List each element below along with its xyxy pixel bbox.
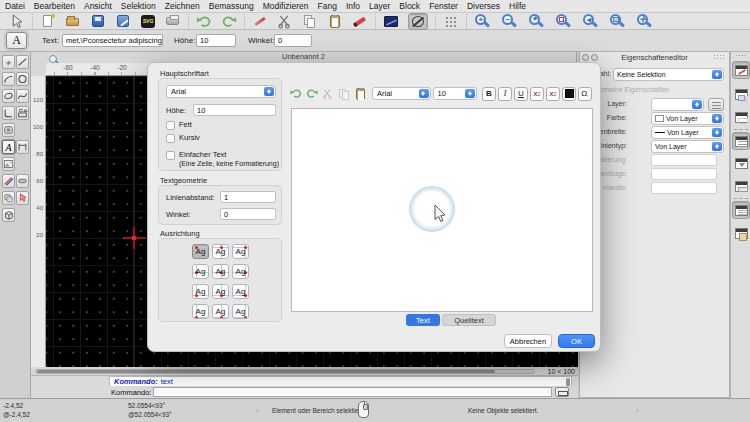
zoom-window-icon[interactable] <box>555 14 571 29</box>
text-value-input[interactable]: met,\Pconsectetur adipiscing elit <box>62 34 163 47</box>
editor-underline-button[interactable]: U <box>514 87 528 101</box>
editor-redo-icon[interactable] <box>305 87 319 101</box>
editor-italic-button[interactable]: I <box>498 87 512 101</box>
editor-color-button[interactable] <box>562 87 576 101</box>
new-document-icon[interactable] <box>40 14 56 29</box>
order-input[interactable] <box>651 168 717 180</box>
align-top-right-button[interactable]: Ag <box>232 244 249 259</box>
text-editor-area[interactable] <box>291 108 593 312</box>
menu-zeichnen[interactable]: Zeichnen <box>165 1 200 11</box>
paste-icon[interactable] <box>327 14 343 29</box>
select-cursor-icon[interactable] <box>9 14 25 29</box>
shapes-panel-toggle[interactable] <box>732 85 750 103</box>
menu-selektion[interactable]: Selektion <box>121 1 156 11</box>
ruler-corner-zoom-icon[interactable] <box>49 55 57 63</box>
ok-button[interactable]: OK <box>558 334 595 348</box>
pen-style-tool-icon[interactable] <box>2 174 15 188</box>
stepper-icon[interactable] <box>419 89 429 98</box>
linetype-dropdown[interactable]: Von Layer <box>651 140 724 153</box>
menu-hilfe[interactable]: Hilfe <box>509 1 526 11</box>
layer-list-button[interactable] <box>708 98 724 111</box>
menu-info[interactable]: Info <box>346 1 360 11</box>
editor-font-size-dropdown[interactable]: 10 <box>433 87 477 100</box>
align-middle-right-button[interactable]: Ag <box>232 264 249 279</box>
tab-text[interactable]: Text <box>406 314 440 326</box>
polyline-tool-icon[interactable] <box>2 106 15 120</box>
cut-icon[interactable] <box>277 14 293 29</box>
menu-datei[interactable]: Datei <box>5 1 25 11</box>
menu-bearbeiten[interactable]: Bearbeiten <box>34 1 75 11</box>
align-top-center-button[interactable]: Ag <box>212 244 229 259</box>
arc-tool-icon[interactable] <box>2 72 15 86</box>
pan-icon[interactable]: ✛ <box>636 14 652 29</box>
menu-block[interactable]: Block <box>399 1 420 11</box>
menu-fang[interactable]: Fang <box>318 1 337 11</box>
line-spacing-input[interactable]: 1 <box>220 191 276 203</box>
clipboard-panel-toggle[interactable] <box>732 224 750 242</box>
command-options-button[interactable] <box>555 387 569 397</box>
shape-tool-icon[interactable] <box>16 106 29 120</box>
editor-bold-button[interactable]: B <box>482 87 496 101</box>
field-panel-toggle[interactable] <box>732 177 750 195</box>
menu-ansicht[interactable]: Ansicht <box>84 1 112 11</box>
align-baseline-right-button[interactable]: Ag <box>232 284 249 299</box>
align-bottom-left-button[interactable]: Ag <box>192 304 209 319</box>
color-dropdown[interactable]: Von Layer <box>651 112 724 125</box>
align-middle-center-button[interactable]: Ag <box>212 264 229 279</box>
blank-panel-toggle[interactable] <box>732 108 750 126</box>
menu-fenster[interactable]: Fenster <box>429 1 458 11</box>
dimension-tool-icon[interactable] <box>16 140 29 154</box>
zoom-previous-icon[interactable]: ◂ <box>582 14 598 29</box>
handle-input[interactable] <box>651 182 717 194</box>
text-panel-toggle[interactable] <box>732 201 750 219</box>
align-bottom-right-button[interactable]: Ag <box>232 304 249 319</box>
dialog-height-input[interactable]: 10 <box>193 104 276 116</box>
stepper-icon[interactable] <box>264 87 274 96</box>
menu-bemassung[interactable]: Bemassung <box>209 1 254 11</box>
panel-drag-handle[interactable] <box>713 54 725 60</box>
pen-panel-toggle[interactable] <box>732 61 750 79</box>
width-tool-icon[interactable] <box>16 174 29 188</box>
menu-modifizieren[interactable]: Modifizieren <box>263 1 309 11</box>
undo-icon[interactable] <box>196 14 212 29</box>
stepper-icon[interactable] <box>712 142 722 151</box>
ellipse-tool-active-button[interactable] <box>408 13 428 30</box>
editor-subscript-button[interactable]: x2 <box>546 87 560 101</box>
filter-panel-toggle[interactable] <box>732 154 750 172</box>
plot-preview-icon[interactable] <box>383 14 399 29</box>
edit-pencil-icon[interactable] <box>352 14 368 29</box>
bold-checkbox[interactable] <box>166 121 175 130</box>
stepper-icon[interactable] <box>712 128 722 137</box>
stepper-icon[interactable] <box>712 114 722 123</box>
align-baseline-left-button[interactable]: Ag <box>192 284 209 299</box>
redo-icon[interactable] <box>221 14 237 29</box>
line-tool-icon[interactable] <box>16 55 29 69</box>
tab-quelltext[interactable]: Quelltext <box>442 314 496 326</box>
angle-value-input[interactable]: 0 <box>274 34 312 47</box>
align-middle-left-button[interactable]: Ag <box>192 264 209 279</box>
editor-undo-icon[interactable] <box>289 87 303 101</box>
simple-text-checkbox[interactable] <box>166 151 175 160</box>
stepper-icon[interactable] <box>465 89 475 98</box>
dialog-font-dropdown[interactable]: Arial <box>166 85 276 98</box>
pick-tool-icon[interactable] <box>16 191 29 205</box>
print-icon[interactable] <box>165 14 181 29</box>
open-file-icon[interactable] <box>65 14 81 29</box>
menu-diverses[interactable]: Diverses <box>467 1 500 11</box>
zoom-selection-icon[interactable] <box>609 14 625 29</box>
stamp-tool-icon[interactable] <box>2 123 15 137</box>
height-value-input[interactable]: 10 <box>196 34 236 47</box>
text-tool-icon[interactable]: A <box>2 140 15 154</box>
text-tool-button[interactable]: A <box>6 32 27 49</box>
editor-copy-icon[interactable] <box>337 87 351 101</box>
layer-dropdown[interactable] <box>651 98 704 111</box>
dialog-angle-input[interactable]: 0 <box>220 208 276 220</box>
stepper-icon[interactable] <box>692 100 702 109</box>
points-tool-icon[interactable]: ✛ <box>2 55 15 69</box>
overlap-shapes-tool-icon[interactable] <box>2 191 15 205</box>
scrollbar-thumb[interactable] <box>37 370 495 373</box>
copy-icon[interactable] <box>302 14 318 29</box>
editor-font-dropdown[interactable]: Arial <box>372 87 431 100</box>
save-icon[interactable] <box>90 14 106 29</box>
ellipse-tool-icon[interactable] <box>2 89 15 103</box>
